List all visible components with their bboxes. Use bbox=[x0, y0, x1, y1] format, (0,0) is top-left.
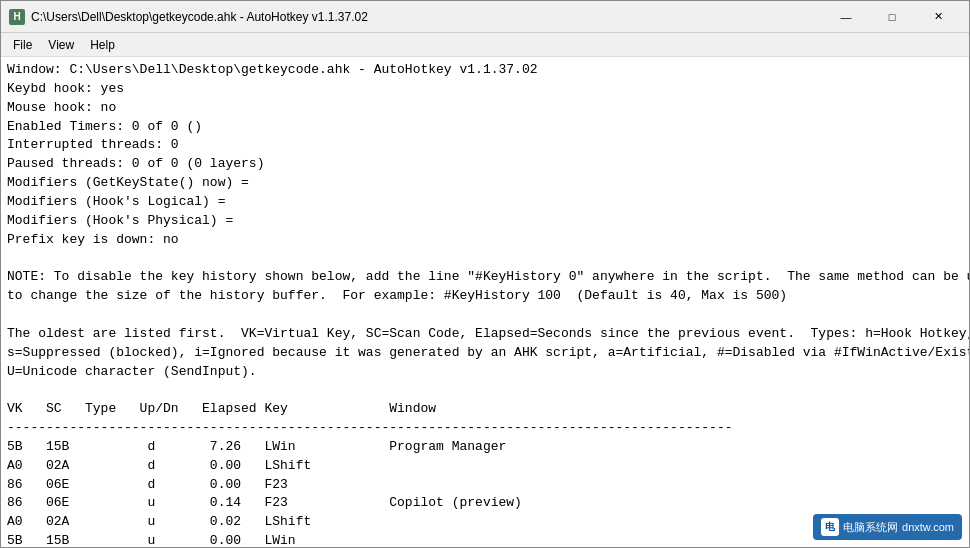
menu-view[interactable]: View bbox=[40, 34, 82, 56]
window-title: C:\Users\Dell\Desktop\getkeycode.ahk - A… bbox=[31, 10, 823, 24]
output-text: Window: C:\Users\Dell\Desktop\getkeycode… bbox=[7, 61, 963, 547]
app-icon: H bbox=[9, 9, 25, 25]
minimize-button[interactable]: — bbox=[823, 1, 869, 33]
maximize-button[interactable]: □ bbox=[869, 1, 915, 33]
menu-file[interactable]: File bbox=[5, 34, 40, 56]
menu-help[interactable]: Help bbox=[82, 34, 123, 56]
close-button[interactable]: ✕ bbox=[915, 1, 961, 33]
menu-bar: File View Help bbox=[1, 33, 969, 57]
main-window: H C:\Users\Dell\Desktop\getkeycode.ahk -… bbox=[0, 0, 970, 548]
window-controls: — □ ✕ bbox=[823, 1, 961, 33]
content-area[interactable]: Window: C:\Users\Dell\Desktop\getkeycode… bbox=[1, 57, 969, 547]
title-bar: H C:\Users\Dell\Desktop\getkeycode.ahk -… bbox=[1, 1, 969, 33]
